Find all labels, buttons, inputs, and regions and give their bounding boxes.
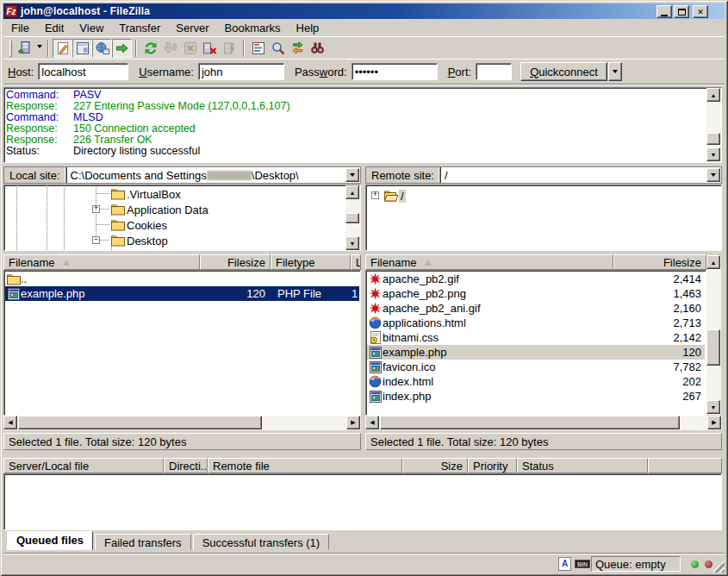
password-input[interactable] xyxy=(352,63,438,80)
scroll-thumb[interactable] xyxy=(18,416,262,429)
scroll-down-icon[interactable]: ▼ xyxy=(706,147,720,161)
menu-transfer[interactable]: Transfer xyxy=(111,20,168,36)
scroll-right-icon[interactable]: ▶ xyxy=(707,416,721,429)
file-row[interactable]: index.php267 xyxy=(367,389,705,404)
tab-queued-files[interactable]: Queued files xyxy=(7,531,93,550)
tree-item[interactable]: Desktop xyxy=(109,233,170,248)
scroll-up-icon[interactable]: ▲ xyxy=(345,185,359,199)
file-row[interactable]: example.php120PHP File1 xyxy=(5,286,359,301)
toolbar-synchronized-browsing-button[interactable] xyxy=(288,39,308,58)
tree-expander-plus-icon[interactable]: + xyxy=(371,191,379,199)
toolbar-reconnect-button[interactable] xyxy=(220,39,240,58)
column-header-filesize[interactable]: Filesize xyxy=(613,254,706,270)
toolbar-process-queue-button[interactable] xyxy=(160,39,180,58)
local-list-hscrollbar[interactable]: ◀ ▶ xyxy=(3,416,361,430)
scroll-up-icon[interactable]: ▲ xyxy=(706,255,720,269)
menu-bookmarks[interactable]: Bookmarks xyxy=(217,20,289,36)
queue-column-remote-file[interactable]: Remote file xyxy=(208,458,402,473)
scroll-right-icon[interactable]: ▶ xyxy=(346,416,360,429)
tab-failed-transfers[interactable]: Failed transfers xyxy=(95,534,191,550)
tree-item[interactable]: .VirtualBox xyxy=(109,186,183,202)
column-header-filetype[interactable]: Filetype xyxy=(271,254,351,270)
file-row[interactable]: index.html202 xyxy=(367,374,705,389)
queue-column-size[interactable]: Size xyxy=(402,458,468,473)
feather-icon xyxy=(368,287,383,300)
scroll-thumb[interactable] xyxy=(706,329,720,366)
menu-help[interactable]: Help xyxy=(289,20,327,36)
remote-site-combobox[interactable]: / xyxy=(440,167,721,183)
menu-view[interactable]: View xyxy=(72,20,111,36)
queue-column-server-local-file[interactable]: Server/Local file xyxy=(3,458,164,473)
queue-column-priority[interactable]: Priority xyxy=(468,458,517,473)
local-tree-scrollbar[interactable]: ▲ ▼ xyxy=(345,185,360,250)
chevron-down-icon xyxy=(37,45,42,51)
column-header-filename[interactable]: Filename xyxy=(3,254,200,270)
quickconnect-dropdown-button[interactable] xyxy=(608,62,622,81)
toolbar-directory-comparison-button[interactable] xyxy=(268,39,288,58)
sort-ascending-icon xyxy=(425,260,432,266)
close-button[interactable]: ✕ xyxy=(693,5,708,18)
file-row[interactable]: apache_pb2.gif2,414 xyxy=(367,272,705,286)
menu-edit[interactable]: Edit xyxy=(37,20,72,36)
filename-filters-icon xyxy=(252,41,265,55)
toolbar-site-manager-button[interactable] xyxy=(15,39,34,58)
column-header-filename[interactable]: Filename xyxy=(365,254,613,270)
feather-icon xyxy=(368,302,383,315)
file-size: 1,463 xyxy=(612,287,701,300)
tree-expander-plus-icon[interactable]: + xyxy=(92,205,100,213)
file-row[interactable]: example.php120 xyxy=(367,345,705,360)
toolbar-site-manager-dropdown[interactable] xyxy=(34,39,44,58)
quickconnect-button[interactable]: Quickconnect xyxy=(520,62,607,81)
toolbar-disconnect-button[interactable] xyxy=(200,39,220,58)
file-row[interactable]: .. xyxy=(5,272,359,286)
scroll-thumb[interactable] xyxy=(345,213,359,223)
username-input[interactable] xyxy=(198,63,284,80)
toolbar-toggle-local-tree-button[interactable] xyxy=(72,39,92,58)
tree-item[interactable]: Cookies xyxy=(109,217,169,233)
local-site-combobox[interactable]: C:\Documents and Settings\Desktop\ xyxy=(66,167,360,183)
scroll-up-icon[interactable]: ▲ xyxy=(706,88,720,102)
maximize-button[interactable] xyxy=(674,5,689,18)
menu-file[interactable]: File xyxy=(3,20,37,36)
port-input[interactable] xyxy=(476,63,512,80)
minimize-button[interactable] xyxy=(656,5,672,18)
tree-item[interactable]: / xyxy=(383,188,406,203)
toolbar-filename-filters-button[interactable] xyxy=(248,39,268,58)
toolbar-toggle-message-log-button[interactable] xyxy=(53,39,72,58)
tab-successful-transfers-1-[interactable]: Successful transfers (1) xyxy=(193,534,330,550)
folder-icon xyxy=(110,188,125,200)
file-row[interactable]: apache_pb2_ani.gif2,160 xyxy=(367,301,705,316)
tree-expander-minus-icon[interactable]: − xyxy=(92,236,100,244)
toolbar-cancel-operation-button[interactable] xyxy=(180,39,200,58)
remote-list-scrollbar[interactable]: ▲ ▼ xyxy=(706,255,721,415)
column-header-filesize[interactable]: Filesize xyxy=(200,254,271,270)
queue-column-directi-[interactable]: Directi... xyxy=(164,458,208,473)
remote-list-hscrollbar[interactable]: ◀ ▶ xyxy=(365,416,722,430)
file-row[interactable]: applications.html2,713 xyxy=(367,316,705,330)
file-row[interactable]: apache_pb2.png1,463 xyxy=(367,286,705,301)
message-log-scrollbar[interactable]: ▲ ▼ xyxy=(706,88,721,162)
column-header-l[interactable]: L xyxy=(351,254,361,270)
tree-item[interactable]: Application Data xyxy=(109,202,210,217)
file-row[interactable]: bitnami.css2,142 xyxy=(367,330,705,345)
toolbar-find-files-button[interactable] xyxy=(308,39,327,58)
scroll-thumb[interactable] xyxy=(380,416,680,429)
host-input[interactable] xyxy=(38,63,128,80)
scroll-left-icon[interactable]: ◀ xyxy=(3,416,17,429)
toolbar-toggle-transfer-queue-button[interactable] xyxy=(112,39,132,58)
file-row[interactable]: favicon.ico7,782 xyxy=(367,360,705,374)
toolbar-refresh-button[interactable] xyxy=(140,39,160,58)
remote-site-dropdown-button[interactable] xyxy=(706,168,720,182)
remote-file-list: apache_pb2.gif2,414apache_pb2.png1,463ap… xyxy=(365,270,706,416)
local-site-dropdown-button[interactable] xyxy=(345,168,359,182)
resize-grip[interactable] xyxy=(712,560,725,573)
folder-icon xyxy=(110,203,125,216)
toolbar-grip[interactable] xyxy=(9,40,12,57)
scroll-thumb[interactable] xyxy=(706,133,720,145)
toolbar-toggle-remote-tree-button[interactable] xyxy=(92,39,112,58)
menu-server[interactable]: Server xyxy=(168,20,216,36)
scroll-down-icon[interactable]: ▼ xyxy=(706,400,720,414)
scroll-left-icon[interactable]: ◀ xyxy=(365,416,379,429)
scroll-down-icon[interactable]: ▼ xyxy=(345,236,359,250)
queue-column-status[interactable]: Status xyxy=(517,458,648,473)
